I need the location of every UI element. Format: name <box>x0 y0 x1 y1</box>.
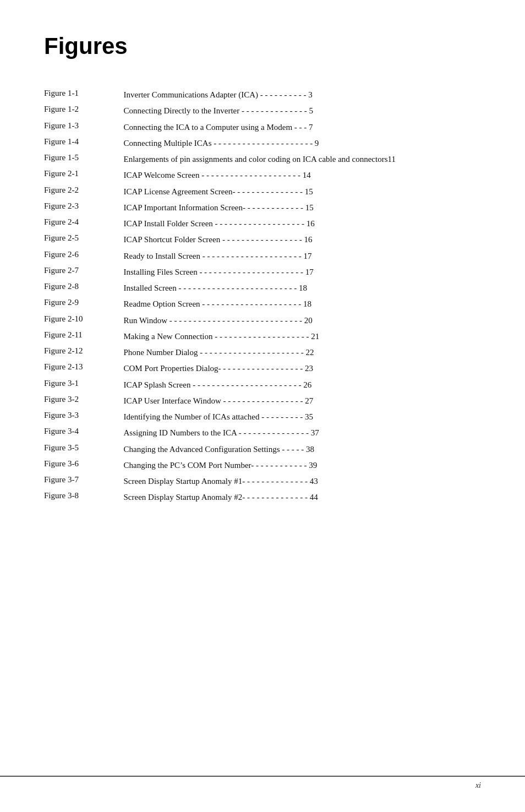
table-row: Figure 1-4Connecting Multiple ICAs - - -… <box>44 135 481 151</box>
figure-description: ICAP License Agreement Screen- - - - - -… <box>123 184 481 200</box>
figure-label: Figure 2-3 <box>44 200 123 216</box>
figure-description: Phone Number Dialog - - - - - - - - - - … <box>123 345 481 361</box>
figure-description: ICAP Shortcut Folder Screen - - - - - - … <box>123 232 481 248</box>
table-row: Figure 3-6Changing the PC’s COM Port Num… <box>44 457 481 473</box>
figure-description: Enlargements of pin assignments and colo… <box>123 151 481 167</box>
figure-label: Figure 1-3 <box>44 119 123 135</box>
figure-description: Screen Display Startup Anomaly #2- - - -… <box>123 489 481 505</box>
table-row: Figure 3-7Screen Display Startup Anomaly… <box>44 473 481 489</box>
figure-label: Figure 2-5 <box>44 232 123 248</box>
figure-description: Assigning ID Numbers to the ICA - - - - … <box>123 425 481 441</box>
figure-label: Figure 3-7 <box>44 473 123 489</box>
figure-label: Figure 3-1 <box>44 377 123 393</box>
table-row: Figure 1-1Inverter Communications Adapte… <box>44 87 481 103</box>
figure-label: Figure 3-4 <box>44 425 123 441</box>
footer-bar: xi <box>0 776 525 790</box>
table-row: Figure 2-11Making a New Connection - - -… <box>44 329 481 345</box>
page-title: Figures <box>44 33 481 59</box>
table-row: Figure 2-8Installed Screen - - - - - - -… <box>44 280 481 296</box>
figure-label: Figure 1-2 <box>44 103 123 119</box>
figure-label: Figure 2-9 <box>44 296 123 312</box>
figure-description: Changing the Advanced Configuration Sett… <box>123 442 481 457</box>
figure-description: ICAP Important Information Screen- - - -… <box>123 200 481 216</box>
figure-label: Figure 1-4 <box>44 135 123 151</box>
figure-description: Connecting Directly to the Inverter - - … <box>123 103 481 119</box>
table-row: Figure 3-3Identifying the Number of ICAs… <box>44 409 481 425</box>
figure-label: Figure 2-6 <box>44 248 123 264</box>
figure-description: Connecting Multiple ICAs - - - - - - - -… <box>123 135 481 151</box>
figure-description: Identifying the Number of ICAs attached … <box>123 409 481 425</box>
figure-description: COM Port Properties Dialog- - - - - - - … <box>123 361 481 377</box>
figure-label: Figure 1-1 <box>44 87 123 103</box>
table-row: Figure 2-10Run Window - - - - - - - - - … <box>44 313 481 329</box>
table-row: Figure 3-1ICAP Splash Screen - - - - - -… <box>44 377 481 393</box>
figure-label: Figure 2-7 <box>44 264 123 280</box>
figure-description: Connecting the ICA to a Computer using a… <box>123 119 481 135</box>
table-row: Figure 2-5ICAP Shortcut Folder Screen - … <box>44 232 481 248</box>
figure-description: Inverter Communications Adapter (ICA) - … <box>123 87 481 103</box>
figure-description: Ready to Install Screen - - - - - - - - … <box>123 248 481 264</box>
table-row: Figure 2-1ICAP Welcome Screen - - - - - … <box>44 167 481 183</box>
table-row: Figure 2-7Installing Files Screen - - - … <box>44 264 481 280</box>
figure-description: Installed Screen - - - - - - - - - - - -… <box>123 280 481 296</box>
figure-description: Changing the PC’s COM Port Number- - - -… <box>123 457 481 473</box>
table-row: Figure 2-3ICAP Important Information Scr… <box>44 200 481 216</box>
table-row: Figure 3-8Screen Display Startup Anomaly… <box>44 489 481 505</box>
figure-label: Figure 3-5 <box>44 442 123 457</box>
figure-description: ICAP Welcome Screen - - - - - - - - - - … <box>123 167 481 183</box>
figure-label: Figure 2-10 <box>44 313 123 329</box>
figure-description: ICAP Install Folder Screen - - - - - - -… <box>123 216 481 232</box>
figure-description: Readme Option Screen - - - - - - - - - -… <box>123 296 481 312</box>
figure-label: Figure 2-4 <box>44 216 123 232</box>
figure-description: Screen Display Startup Anomaly #1- - - -… <box>123 473 481 489</box>
figure-label: Figure 3-8 <box>44 489 123 505</box>
figure-label: Figure 3-2 <box>44 393 123 409</box>
figure-label: Figure 2-12 <box>44 345 123 361</box>
table-row: Figure 1-5Enlargements of pin assignment… <box>44 151 481 167</box>
table-row: Figure 3-2ICAP User Interface Window - -… <box>44 393 481 409</box>
table-row: Figure 2-4ICAP Install Folder Screen - -… <box>44 216 481 232</box>
figure-description: ICAP User Interface Window - - - - - - -… <box>123 393 481 409</box>
footer-page-number: xi <box>475 781 481 790</box>
table-row: Figure 3-4Assigning ID Numbers to the IC… <box>44 425 481 441</box>
figure-label: Figure 2-11 <box>44 329 123 345</box>
table-row: Figure 2-2ICAP License Agreement Screen-… <box>44 184 481 200</box>
figure-label: Figure 3-3 <box>44 409 123 425</box>
figure-label: Figure 2-2 <box>44 184 123 200</box>
figure-label: Figure 1-5 <box>44 151 123 167</box>
table-row: Figure 2-9Readme Option Screen - - - - -… <box>44 296 481 312</box>
figure-description: Run Window - - - - - - - - - - - - - - -… <box>123 313 481 329</box>
page-container: Figures Figure 1-1Inverter Communication… <box>0 0 525 550</box>
table-row: Figure 2-13COM Port Properties Dialog- -… <box>44 361 481 377</box>
table-row: Figure 2-6Ready to Install Screen - - - … <box>44 248 481 264</box>
table-row: Figure 2-12Phone Number Dialog - - - - -… <box>44 345 481 361</box>
figure-description: Making a New Connection - - - - - - - - … <box>123 329 481 345</box>
figure-description: Installing Files Screen - - - - - - - - … <box>123 264 481 280</box>
figure-label: Figure 2-8 <box>44 280 123 296</box>
table-row: Figure 3-5Changing the Advanced Configur… <box>44 442 481 457</box>
figure-label: Figure 2-1 <box>44 167 123 183</box>
figure-label: Figure 2-13 <box>44 361 123 377</box>
figure-description: ICAP Splash Screen - - - - - - - - - - -… <box>123 377 481 393</box>
table-row: Figure 1-3Connecting the ICA to a Comput… <box>44 119 481 135</box>
table-row: Figure 1-2Connecting Directly to the Inv… <box>44 103 481 119</box>
figure-label: Figure 3-6 <box>44 457 123 473</box>
figures-table: Figure 1-1Inverter Communications Adapte… <box>44 87 481 506</box>
